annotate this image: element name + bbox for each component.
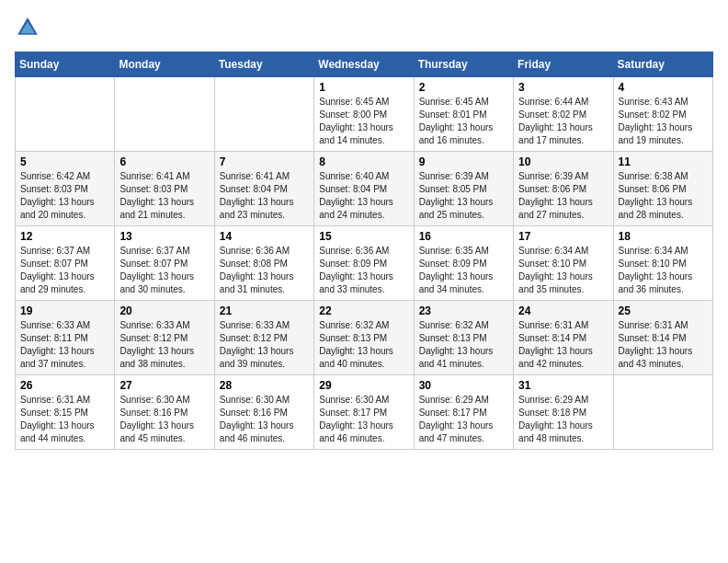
calendar-cell: 7Sunrise: 6:41 AM Sunset: 8:04 PM Daylig… [214, 152, 313, 226]
calendar-cell [613, 375, 712, 450]
weekday-header: Friday [514, 52, 613, 77]
calendar-cell: 13Sunrise: 6:37 AM Sunset: 8:07 PM Dayli… [115, 226, 214, 301]
day-info: Sunrise: 6:30 AM Sunset: 8:16 PM Dayligh… [119, 394, 209, 445]
calendar-cell: 1Sunrise: 6:45 AM Sunset: 8:00 PM Daylig… [314, 77, 414, 152]
day-info: Sunrise: 6:36 AM Sunset: 8:09 PM Dayligh… [319, 245, 408, 296]
calendar-cell: 20Sunrise: 6:33 AM Sunset: 8:12 PM Dayli… [115, 301, 214, 375]
weekday-header: Monday [115, 52, 214, 77]
day-info: Sunrise: 6:36 AM Sunset: 8:08 PM Dayligh… [220, 245, 309, 296]
day-number: 2 [419, 81, 508, 94]
day-number: 25 [619, 304, 708, 317]
day-number: 10 [518, 155, 608, 168]
day-number: 28 [220, 379, 309, 392]
calendar-week-row: 1Sunrise: 6:45 AM Sunset: 8:00 PM Daylig… [16, 77, 713, 152]
calendar-cell: 12Sunrise: 6:37 AM Sunset: 8:07 PM Dayli… [16, 226, 115, 301]
day-number: 26 [20, 379, 109, 392]
calendar-cell: 24Sunrise: 6:31 AM Sunset: 8:14 PM Dayli… [514, 301, 613, 375]
day-info: Sunrise: 6:37 AM Sunset: 8:07 PM Dayligh… [20, 245, 109, 296]
logo [15, 15, 44, 40]
calendar-cell [16, 77, 115, 152]
day-number: 24 [518, 304, 608, 317]
day-info: Sunrise: 6:31 AM Sunset: 8:15 PM Dayligh… [20, 394, 109, 445]
day-number: 14 [220, 230, 309, 243]
logo-icon [15, 15, 40, 40]
day-info: Sunrise: 6:33 AM Sunset: 8:12 PM Dayligh… [220, 319, 309, 371]
day-number: 11 [619, 155, 708, 168]
day-info: Sunrise: 6:34 AM Sunset: 8:10 PM Dayligh… [619, 245, 708, 296]
calendar-week-row: 12Sunrise: 6:37 AM Sunset: 8:07 PM Dayli… [16, 226, 713, 301]
calendar-cell: 2Sunrise: 6:45 AM Sunset: 8:01 PM Daylig… [414, 77, 513, 152]
day-number: 17 [518, 230, 608, 243]
day-number: 31 [518, 379, 608, 392]
calendar-cell: 17Sunrise: 6:34 AM Sunset: 8:10 PM Dayli… [514, 226, 613, 301]
day-info: Sunrise: 6:39 AM Sunset: 8:06 PM Dayligh… [518, 170, 608, 222]
day-info: Sunrise: 6:31 AM Sunset: 8:14 PM Dayligh… [619, 319, 708, 371]
day-info: Sunrise: 6:32 AM Sunset: 8:13 PM Dayligh… [319, 319, 408, 371]
calendar-cell: 30Sunrise: 6:29 AM Sunset: 8:17 PM Dayli… [414, 375, 513, 450]
weekday-header: Tuesday [214, 52, 313, 77]
day-number: 1 [319, 81, 408, 94]
calendar-cell: 5Sunrise: 6:42 AM Sunset: 8:03 PM Daylig… [16, 152, 115, 226]
calendar-cell [214, 77, 313, 152]
calendar-cell: 14Sunrise: 6:36 AM Sunset: 8:08 PM Dayli… [214, 226, 313, 301]
day-info: Sunrise: 6:34 AM Sunset: 8:10 PM Dayligh… [518, 245, 608, 296]
day-info: Sunrise: 6:33 AM Sunset: 8:12 PM Dayligh… [119, 319, 209, 371]
day-info: Sunrise: 6:37 AM Sunset: 8:07 PM Dayligh… [119, 245, 209, 296]
calendar-cell: 29Sunrise: 6:30 AM Sunset: 8:17 PM Dayli… [314, 375, 414, 450]
day-number: 23 [419, 304, 508, 317]
day-number: 12 [20, 230, 109, 243]
day-info: Sunrise: 6:45 AM Sunset: 8:01 PM Dayligh… [419, 96, 508, 147]
weekday-header-row: SundayMondayTuesdayWednesdayThursdayFrid… [16, 52, 713, 77]
day-info: Sunrise: 6:41 AM Sunset: 8:04 PM Dayligh… [220, 170, 309, 222]
day-info: Sunrise: 6:30 AM Sunset: 8:16 PM Dayligh… [220, 394, 309, 445]
day-number: 5 [20, 155, 109, 168]
page-header [15, 15, 713, 40]
calendar-cell: 19Sunrise: 6:33 AM Sunset: 8:11 PM Dayli… [16, 301, 115, 375]
calendar-cell: 18Sunrise: 6:34 AM Sunset: 8:10 PM Dayli… [613, 226, 712, 301]
day-number: 9 [419, 155, 508, 168]
day-info: Sunrise: 6:35 AM Sunset: 8:09 PM Dayligh… [419, 245, 508, 296]
calendar-cell: 22Sunrise: 6:32 AM Sunset: 8:13 PM Dayli… [314, 301, 414, 375]
calendar-cell: 3Sunrise: 6:44 AM Sunset: 8:02 PM Daylig… [514, 77, 613, 152]
weekday-header: Saturday [613, 52, 712, 77]
day-info: Sunrise: 6:30 AM Sunset: 8:17 PM Dayligh… [319, 394, 408, 445]
calendar-cell: 6Sunrise: 6:41 AM Sunset: 8:03 PM Daylig… [115, 152, 214, 226]
calendar-cell: 31Sunrise: 6:29 AM Sunset: 8:18 PM Dayli… [514, 375, 613, 450]
calendar-cell: 8Sunrise: 6:40 AM Sunset: 8:04 PM Daylig… [314, 152, 414, 226]
calendar-week-row: 5Sunrise: 6:42 AM Sunset: 8:03 PM Daylig… [16, 152, 713, 226]
calendar-week-row: 19Sunrise: 6:33 AM Sunset: 8:11 PM Dayli… [16, 301, 713, 375]
day-number: 19 [20, 304, 109, 317]
day-number: 22 [319, 304, 408, 317]
calendar-cell [115, 77, 214, 152]
day-number: 13 [119, 230, 209, 243]
calendar-cell: 11Sunrise: 6:38 AM Sunset: 8:06 PM Dayli… [613, 152, 712, 226]
day-info: Sunrise: 6:41 AM Sunset: 8:03 PM Dayligh… [119, 170, 209, 222]
calendar-cell: 25Sunrise: 6:31 AM Sunset: 8:14 PM Dayli… [613, 301, 712, 375]
calendar-cell: 4Sunrise: 6:43 AM Sunset: 8:02 PM Daylig… [613, 77, 712, 152]
day-number: 20 [119, 304, 209, 317]
day-info: Sunrise: 6:44 AM Sunset: 8:02 PM Dayligh… [518, 96, 608, 147]
day-number: 21 [220, 304, 309, 317]
day-info: Sunrise: 6:42 AM Sunset: 8:03 PM Dayligh… [20, 170, 109, 222]
day-number: 27 [119, 379, 209, 392]
day-info: Sunrise: 6:39 AM Sunset: 8:05 PM Dayligh… [419, 170, 508, 222]
weekday-header: Thursday [414, 52, 513, 77]
day-info: Sunrise: 6:29 AM Sunset: 8:17 PM Dayligh… [419, 394, 508, 445]
day-info: Sunrise: 6:38 AM Sunset: 8:06 PM Dayligh… [619, 170, 708, 222]
day-number: 29 [319, 379, 408, 392]
calendar-cell: 16Sunrise: 6:35 AM Sunset: 8:09 PM Dayli… [414, 226, 513, 301]
calendar-cell: 15Sunrise: 6:36 AM Sunset: 8:09 PM Dayli… [314, 226, 414, 301]
day-number: 16 [419, 230, 508, 243]
day-number: 4 [619, 81, 708, 94]
weekday-header: Wednesday [314, 52, 414, 77]
day-info: Sunrise: 6:32 AM Sunset: 8:13 PM Dayligh… [419, 319, 508, 371]
day-number: 15 [319, 230, 408, 243]
day-info: Sunrise: 6:29 AM Sunset: 8:18 PM Dayligh… [518, 394, 608, 445]
calendar-cell: 23Sunrise: 6:32 AM Sunset: 8:13 PM Dayli… [414, 301, 513, 375]
day-number: 7 [220, 155, 309, 168]
calendar-cell: 21Sunrise: 6:33 AM Sunset: 8:12 PM Dayli… [214, 301, 313, 375]
calendar-cell: 26Sunrise: 6:31 AM Sunset: 8:15 PM Dayli… [16, 375, 115, 450]
day-info: Sunrise: 6:40 AM Sunset: 8:04 PM Dayligh… [319, 170, 408, 222]
calendar-cell: 9Sunrise: 6:39 AM Sunset: 8:05 PM Daylig… [414, 152, 513, 226]
calendar-cell: 10Sunrise: 6:39 AM Sunset: 8:06 PM Dayli… [514, 152, 613, 226]
